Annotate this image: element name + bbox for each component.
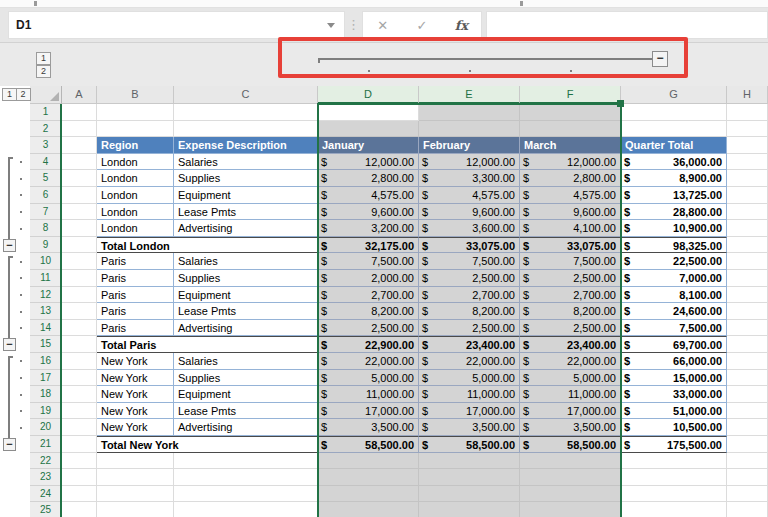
- cell-B24[interactable]: [97, 486, 174, 503]
- cell-D25[interactable]: [318, 502, 419, 517]
- cell-E5[interactable]: $3,300.00: [419, 170, 520, 187]
- insert-function-icon[interactable]: fx: [446, 18, 476, 33]
- cell-G15[interactable]: $69,700.00: [621, 336, 727, 353]
- cell-D9[interactable]: $32,175.00: [318, 237, 419, 254]
- enter-icon[interactable]: ✓: [407, 18, 437, 33]
- cell-G11[interactable]: $7,000.00: [621, 270, 727, 287]
- cell-C12[interactable]: Equipment: [174, 287, 318, 304]
- cell-B16[interactable]: New York: [97, 353, 174, 370]
- cell-F23[interactable]: [520, 469, 621, 486]
- cell-F21[interactable]: $58,500.00: [520, 436, 621, 453]
- cell-H23[interactable]: [727, 469, 768, 486]
- cell-F8[interactable]: $4,100.00: [520, 220, 621, 237]
- row-group-collapse-button[interactable]: −: [3, 239, 16, 252]
- cell-D24[interactable]: [318, 486, 419, 503]
- cell-F12[interactable]: $2,700.00: [520, 287, 621, 304]
- cell-B3[interactable]: Region: [97, 137, 174, 154]
- cell-E17[interactable]: $5,000.00: [419, 370, 520, 387]
- cell-H25[interactable]: [727, 502, 768, 517]
- cell-F2[interactable]: [520, 121, 621, 138]
- cell-G13[interactable]: $24,600.00: [621, 303, 727, 320]
- cell-F9[interactable]: $33,075.00: [520, 237, 621, 254]
- select-all-corner[interactable]: [30, 86, 62, 104]
- cell-F24[interactable]: [520, 486, 621, 503]
- cell-H14[interactable]: [727, 320, 768, 337]
- cell-B25[interactable]: [97, 502, 174, 517]
- cell-F17[interactable]: $5,000.00: [520, 370, 621, 387]
- cell-G16[interactable]: $66,000.00: [621, 353, 727, 370]
- cell-H16[interactable]: [727, 353, 768, 370]
- row-header-17[interactable]: 17: [30, 370, 62, 387]
- cell-C17[interactable]: Supplies: [174, 370, 318, 387]
- cell-A1[interactable]: [62, 104, 97, 121]
- cell-G8[interactable]: $10,900.00: [621, 220, 727, 237]
- cancel-icon[interactable]: ✕: [368, 18, 398, 33]
- cell-D17[interactable]: $5,000.00: [318, 370, 419, 387]
- cell-H12[interactable]: [727, 287, 768, 304]
- cell-B6[interactable]: London: [97, 187, 174, 204]
- cell-F1[interactable]: [520, 104, 621, 121]
- cell-H24[interactable]: [727, 486, 768, 503]
- cell-F5[interactable]: $2,800.00: [520, 170, 621, 187]
- cell-B23[interactable]: [97, 469, 174, 486]
- column-header-E[interactable]: E: [419, 86, 520, 104]
- formula-input[interactable]: [486, 11, 768, 39]
- cell-D20[interactable]: $3,500.00: [318, 419, 419, 436]
- cell-E3[interactable]: February: [419, 137, 520, 154]
- cell-H11[interactable]: [727, 270, 768, 287]
- cell-H21[interactable]: [727, 436, 768, 453]
- row-header-13[interactable]: 13: [30, 303, 62, 320]
- row-header-9[interactable]: 9: [30, 237, 62, 254]
- cell-C5[interactable]: Supplies: [174, 170, 318, 187]
- cell-C18[interactable]: Equipment: [174, 386, 318, 403]
- cell-D4[interactable]: $12,000.00: [318, 154, 419, 171]
- cell-B4[interactable]: London: [97, 154, 174, 171]
- cell-E15[interactable]: $23,400.00: [419, 336, 520, 353]
- cell-B7[interactable]: London: [97, 204, 174, 221]
- cell-D6[interactable]: $4,575.00: [318, 187, 419, 204]
- cell-C16[interactable]: Salaries: [174, 353, 318, 370]
- cell-H3[interactable]: [727, 137, 768, 154]
- row-header-19[interactable]: 19: [30, 403, 62, 420]
- row-header-5[interactable]: 5: [30, 170, 62, 187]
- cell-B1[interactable]: [97, 104, 174, 121]
- cell-G17[interactable]: $15,000.00: [621, 370, 727, 387]
- cell-B15[interactable]: Total Paris: [97, 336, 318, 353]
- cell-H18[interactable]: [727, 386, 768, 403]
- cell-C10[interactable]: Salaries: [174, 253, 318, 270]
- cell-E18[interactable]: $11,000.00: [419, 386, 520, 403]
- cell-F19[interactable]: $17,000.00: [520, 403, 621, 420]
- cell-H6[interactable]: [727, 187, 768, 204]
- cell-G14[interactable]: $7,500.00: [621, 320, 727, 337]
- cell-E14[interactable]: $2,500.00: [419, 320, 520, 337]
- cell-F13[interactable]: $8,200.00: [520, 303, 621, 320]
- cell-A17[interactable]: [62, 370, 97, 387]
- cell-A19[interactable]: [62, 403, 97, 420]
- cell-D2[interactable]: [318, 121, 419, 138]
- cell-D1[interactable]: [318, 104, 419, 121]
- cell-B11[interactable]: Paris: [97, 270, 174, 287]
- cell-D15[interactable]: $22,900.00: [318, 336, 419, 353]
- cell-E19[interactable]: $17,000.00: [419, 403, 520, 420]
- cell-D11[interactable]: $2,000.00: [318, 270, 419, 287]
- name-box[interactable]: D1: [8, 11, 345, 39]
- cell-G23[interactable]: [621, 469, 727, 486]
- row-header-3[interactable]: 3: [30, 137, 62, 154]
- column-header-C[interactable]: C: [174, 86, 318, 104]
- cell-A16[interactable]: [62, 353, 97, 370]
- row-header-15[interactable]: 15: [30, 336, 62, 353]
- cell-E13[interactable]: $8,200.00: [419, 303, 520, 320]
- cell-G10[interactable]: $22,500.00: [621, 253, 727, 270]
- cell-E16[interactable]: $22,000.00: [419, 353, 520, 370]
- cell-F15[interactable]: $23,400.00: [520, 336, 621, 353]
- cell-F10[interactable]: $7,500.00: [520, 253, 621, 270]
- row-header-10[interactable]: 10: [30, 253, 62, 270]
- column-header-B[interactable]: B: [97, 86, 174, 104]
- cell-C14[interactable]: Advertising: [174, 320, 318, 337]
- column-header-H[interactable]: H: [727, 86, 768, 104]
- cell-D8[interactable]: $3,200.00: [318, 220, 419, 237]
- cell-B19[interactable]: New York: [97, 403, 174, 420]
- cell-F11[interactable]: $2,500.00: [520, 270, 621, 287]
- cell-H1[interactable]: [727, 104, 768, 121]
- cell-D10[interactable]: $7,500.00: [318, 253, 419, 270]
